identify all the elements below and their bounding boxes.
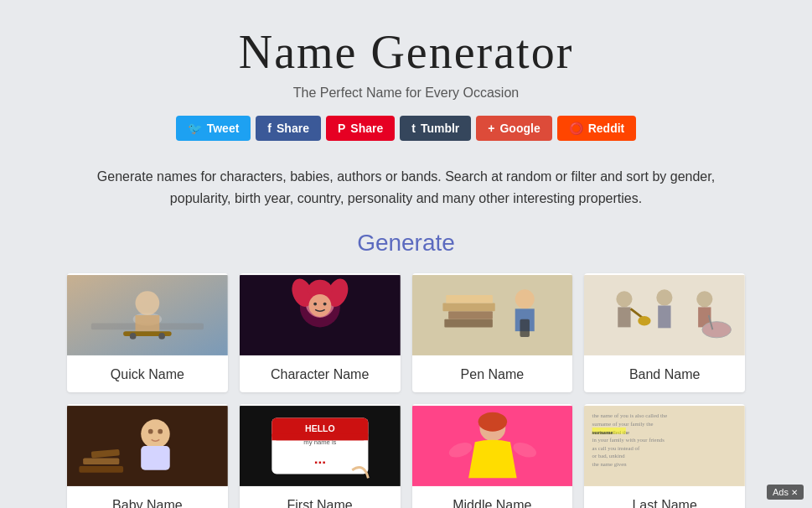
svg-point-40: [141, 420, 170, 449]
svg-rect-39: [79, 466, 123, 473]
generate-title: Generate: [67, 230, 745, 257]
middle-name-image: [412, 404, 573, 488]
tweet-button[interactable]: 🐦 Tweet: [176, 116, 251, 141]
google-icon: +: [488, 122, 494, 135]
svg-rect-41: [141, 446, 170, 470]
first-name-image: HELLO my name is ...: [240, 404, 401, 488]
middle-name-card[interactable]: Middle Name: [412, 404, 573, 508]
svg-point-32: [696, 291, 712, 307]
svg-text:the name given: the name given: [592, 461, 628, 467]
ads-close-icon[interactable]: ✕: [791, 488, 798, 497]
svg-text:in your family with your frien: in your family with your friends: [592, 437, 665, 443]
pen-name-card[interactable]: Pen Name: [412, 273, 573, 392]
character-name-image: [240, 273, 401, 357]
baby-name-image: [67, 404, 228, 488]
ads-badge[interactable]: Ads✕: [767, 485, 804, 500]
site-title: Name Generator: [17, 25, 795, 79]
pinterest-label: Share: [350, 122, 383, 135]
svg-point-15: [313, 303, 317, 306]
first-name-label: First Name: [240, 488, 401, 508]
tumblr-icon: t: [411, 122, 416, 135]
google-share-button[interactable]: + Google: [476, 116, 551, 141]
character-name-card[interactable]: Character Name: [240, 273, 401, 392]
pinterest-icon: P: [338, 122, 345, 135]
svg-text:or bad, unkind: or bad, unkind: [592, 454, 626, 459]
google-label: Google: [499, 122, 540, 135]
quick-name-card[interactable]: Quick Name: [67, 273, 228, 392]
facebook-label: Share: [277, 122, 309, 135]
cards-grid: Quick Name Cha: [67, 273, 745, 508]
svg-text:my name is: my name is: [303, 438, 336, 446]
last-name-card[interactable]: the name of you is also called the surna…: [584, 404, 745, 508]
tumblr-label: Tumblr: [421, 122, 459, 135]
header: Name Generator The Perfect Name for Ever…: [0, 0, 812, 166]
svg-rect-4: [135, 315, 159, 331]
pinterest-share-button[interactable]: P Share: [326, 116, 395, 141]
svg-rect-31: [658, 306, 670, 329]
reddit-share-button[interactable]: ⭕ Reddit: [557, 116, 637, 141]
social-buttons: 🐦 Tweet f Share P Share t Tumblr + Googl…: [17, 116, 795, 141]
quick-name-image: [67, 273, 228, 357]
svg-point-53: [478, 412, 507, 432]
svg-point-34: [702, 322, 732, 338]
pen-name-image: [412, 273, 573, 357]
svg-rect-37: [83, 459, 119, 465]
baby-name-label: Baby Name: [67, 488, 228, 508]
character-name-label: Character Name: [240, 357, 401, 392]
band-name-label: Band Name: [584, 357, 745, 392]
svg-point-29: [638, 316, 650, 326]
svg-text:surname of your family the: surname of your family the: [592, 421, 654, 427]
facebook-icon: f: [267, 122, 272, 135]
svg-point-7: [158, 333, 165, 340]
svg-point-14: [308, 294, 331, 317]
first-name-card[interactable]: HELLO my name is ... First Name: [240, 404, 401, 508]
svg-text:...: ...: [313, 450, 325, 467]
svg-rect-27: [618, 308, 631, 328]
generate-section: Generate: [0, 230, 812, 508]
svg-point-6: [130, 333, 137, 340]
svg-point-30: [657, 290, 673, 306]
quick-name-label: Quick Name: [67, 357, 228, 392]
last-name-label: Last Name: [584, 488, 745, 508]
ads-label: Ads: [773, 487, 789, 497]
svg-text:as call you instead of: as call you instead of: [592, 445, 640, 451]
svg-point-42: [148, 429, 153, 434]
tumblr-share-button[interactable]: t Tumblr: [400, 116, 471, 141]
svg-point-16: [323, 303, 326, 306]
facebook-share-button[interactable]: f Share: [256, 116, 321, 141]
svg-rect-20: [442, 303, 494, 312]
svg-point-22: [515, 290, 534, 309]
description-text: Generate names for characters, babies, a…: [80, 166, 733, 209]
svg-rect-21: [446, 295, 493, 303]
twitter-icon: 🐦: [188, 122, 202, 135]
svg-rect-18: [444, 319, 493, 328]
band-name-image: [584, 273, 745, 357]
middle-name-label: Middle Name: [412, 488, 573, 508]
svg-text:surname: surname: [592, 429, 613, 435]
svg-point-43: [158, 429, 163, 434]
svg-point-26: [617, 291, 633, 307]
svg-point-3: [135, 291, 159, 315]
band-name-card[interactable]: Band Name: [584, 273, 745, 392]
site-subtitle: The Perfect Name for Every Occasion: [17, 86, 795, 101]
reddit-label: Reddit: [588, 122, 625, 135]
reddit-icon: ⭕: [569, 122, 583, 135]
svg-text:HELLO: HELLO: [305, 423, 335, 433]
baby-name-card[interactable]: Baby Name: [67, 404, 228, 508]
last-name-image: the name of you is also called the surna…: [584, 404, 745, 488]
svg-rect-19: [448, 311, 493, 319]
pen-name-label: Pen Name: [412, 357, 573, 392]
svg-text:the name of you is also called: the name of you is also called the: [592, 413, 668, 419]
svg-rect-24: [520, 319, 530, 337]
tweet-label: Tweet: [207, 122, 240, 135]
